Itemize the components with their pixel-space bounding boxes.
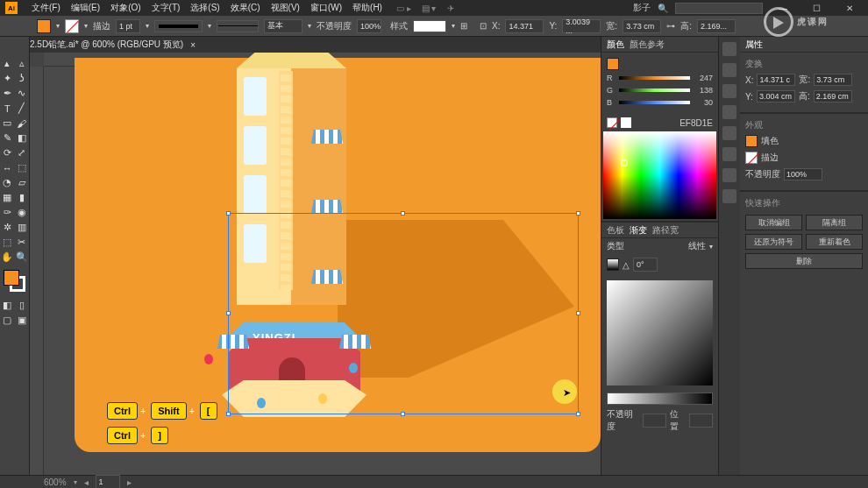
btn-restore-symbol[interactable]: 还原为符号 [745, 234, 802, 250]
canvas[interactable]: YINGZI ➤ Ctrl+ Shift+ [30, 53, 601, 475]
shaper-tool[interactable]: ✎ [0, 131, 15, 145]
rotate-tool[interactable]: ⟳ [0, 145, 15, 160]
tab-gradient[interactable]: 渐变 [630, 224, 647, 237]
gradient-mode-icon[interactable]: ▯ [15, 298, 30, 313]
grad-pos-field[interactable] [689, 414, 713, 428]
eyedropper-tool[interactable]: ✑ [0, 205, 15, 220]
menu-type[interactable]: 文字(T) [148, 1, 184, 15]
gradient-preview[interactable] [607, 258, 619, 271]
rail-icon[interactable] [722, 126, 736, 140]
shape-builder-tool[interactable]: ◔ [0, 175, 15, 190]
tab-properties[interactable]: 属性 [745, 39, 763, 51]
fill-color[interactable] [4, 270, 19, 286]
fill-swatch[interactable] [37, 19, 51, 33]
gradient-ramp[interactable] [607, 393, 713, 405]
menu-file[interactable]: 文件(F) [28, 1, 64, 15]
graph-tool[interactable]: ▥ [15, 220, 30, 235]
menu-object[interactable]: 对象(O) [107, 1, 144, 15]
prop-opacity[interactable] [784, 168, 822, 180]
spectrum-picker[interactable] [621, 159, 628, 166]
w-field[interactable]: 3.73 cm [623, 19, 661, 33]
selection-tool[interactable]: ▴ [0, 56, 15, 71]
gradient-editor[interactable] [607, 280, 713, 385]
lasso-tool[interactable]: ʖ [15, 71, 30, 86]
prop-fill-swatch[interactable] [745, 135, 758, 147]
stroke-profile[interactable] [154, 20, 203, 32]
hand-tool[interactable]: ✋ [0, 250, 15, 265]
prop-x[interactable] [757, 74, 795, 86]
transform-handle[interactable] [401, 412, 405, 416]
ref-point[interactable]: ⊡ [480, 21, 487, 31]
direct-selection-tool[interactable]: ▵ [15, 56, 30, 71]
menu-view[interactable]: 视图(V) [267, 1, 303, 15]
gradient-angle-icon[interactable]: △ [623, 260, 630, 270]
value-green[interactable]: 138 [694, 86, 713, 95]
slider-green[interactable] [619, 88, 690, 92]
opacity-field[interactable]: 100% [357, 19, 381, 33]
width-tool[interactable]: ↔ [0, 160, 15, 175]
graphic-style[interactable] [413, 20, 446, 32]
btn-ungroup[interactable]: 取消编组 [745, 215, 802, 230]
prop-h[interactable] [814, 90, 852, 103]
close-button[interactable]: ✕ [836, 2, 863, 14]
line-tool[interactable]: ╱ [15, 101, 30, 116]
menu-edit[interactable]: 编辑(E) [68, 1, 103, 15]
y-field[interactable]: 3.0039 ... [562, 19, 601, 33]
menu-select[interactable]: 选择(S) [187, 1, 223, 15]
hex-field[interactable]: EF8D1E [679, 118, 713, 128]
selection-bounding-box[interactable] [228, 213, 579, 414]
btn-isolate[interactable]: 隔离组 [806, 215, 863, 230]
draw-normal-icon[interactable]: ▢ [0, 313, 15, 328]
grad-opacity-field[interactable] [643, 414, 666, 428]
ruler-vertical[interactable] [30, 67, 44, 475]
tab-color[interactable]: 颜色 [607, 39, 624, 51]
x-field[interactable]: 14.371 [505, 19, 544, 33]
stroke-weight[interactable]: 1 pt [116, 19, 140, 33]
minimize-button[interactable]: — [770, 2, 796, 14]
transform-handle[interactable] [226, 211, 231, 216]
transform-handle[interactable] [576, 311, 580, 315]
document-tab[interactable]: 2.5D铅笔.ai* @ 600% (RGB/GPU 预览) [30, 39, 183, 51]
slice-tool[interactable]: ✂ [15, 235, 30, 250]
artboard-nav-field[interactable]: 1 [96, 475, 120, 488]
btn-delete[interactable]: 删除 [745, 253, 863, 269]
prop-w[interactable] [814, 74, 852, 86]
transform-handle[interactable] [401, 211, 405, 216]
symbol-tool[interactable]: ✲ [0, 220, 15, 235]
screen-mode-icon[interactable]: ▣ [15, 313, 30, 328]
zoom-level[interactable]: 600% [44, 477, 67, 487]
close-tab-icon[interactable]: × [190, 40, 196, 50]
rail-icon[interactable] [722, 147, 736, 161]
menu-help[interactable]: 帮助(H) [349, 1, 386, 15]
artboard-nav-prev[interactable]: ◂ [84, 477, 89, 487]
rail-icon[interactable] [722, 63, 736, 77]
value-blue[interactable]: 30 [694, 98, 713, 107]
prop-stroke-swatch[interactable] [745, 152, 758, 164]
gradient-tool[interactable]: ▮ [15, 190, 30, 205]
h-field[interactable]: 2.169... [697, 19, 736, 33]
color-spectrum[interactable] [603, 131, 716, 219]
menu-effect[interactable]: 效果(C) [227, 1, 264, 15]
artboard-nav-next[interactable]: ▸ [127, 477, 132, 487]
align-icon[interactable]: ⊞ [460, 21, 467, 31]
magic-wand-tool[interactable]: ✦ [0, 71, 15, 86]
bridge-icon[interactable]: ▭ ▸ [396, 4, 411, 13]
style-basic[interactable]: 基本 [264, 19, 302, 33]
artboard-tool[interactable]: ⬚ [0, 235, 15, 250]
tab-pathwidth[interactable]: 路径宽 [652, 224, 679, 237]
mesh-tool[interactable]: ▦ [0, 190, 15, 205]
transform-handle[interactable] [576, 412, 580, 416]
brush-tool[interactable]: 🖌 [15, 116, 30, 131]
arrange-icon[interactable]: ▤ ▾ [422, 4, 437, 13]
tab-swatches[interactable]: 色板 [607, 224, 624, 237]
menu-window[interactable]: 窗口(W) [307, 1, 345, 15]
none-swatch[interactable] [607, 117, 617, 128]
document-area[interactable]: YINGZI ➤ Ctrl+ Shift+ [44, 67, 601, 475]
transform-handle[interactable] [576, 211, 580, 216]
gradient-type-value[interactable]: 线性 [688, 240, 706, 252]
transform-handle[interactable] [226, 311, 231, 315]
zoom-tool[interactable]: 🔍 [15, 250, 30, 265]
white-swatch[interactable] [621, 117, 631, 128]
perspective-tool[interactable]: ▱ [15, 175, 30, 190]
slider-blue[interactable] [619, 101, 690, 104]
